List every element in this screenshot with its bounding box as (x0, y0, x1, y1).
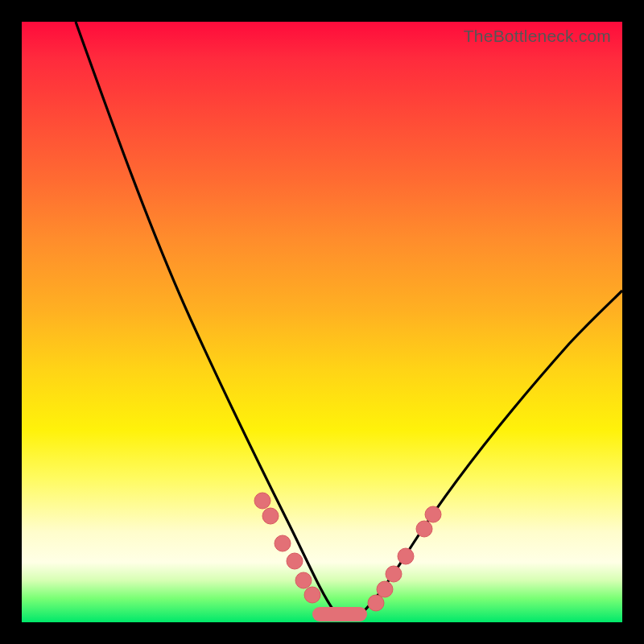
marker-dot (287, 553, 303, 569)
marker-dot (425, 506, 441, 522)
marker-dot (262, 508, 279, 524)
marker-dot (398, 548, 414, 564)
marker-dot (368, 595, 384, 611)
marker-dot (386, 566, 402, 582)
marker-dot (275, 535, 291, 551)
marker-dot (295, 572, 312, 588)
marker-dot (416, 521, 432, 537)
plot-area: TheBottleneck.com (22, 22, 622, 622)
chart-frame: TheBottleneck.com (0, 0, 644, 644)
bottleneck-curve (22, 22, 622, 622)
marker-dot (304, 587, 320, 603)
marker-dot (254, 493, 270, 509)
marker-dot (377, 581, 393, 597)
curve-path (76, 22, 622, 618)
